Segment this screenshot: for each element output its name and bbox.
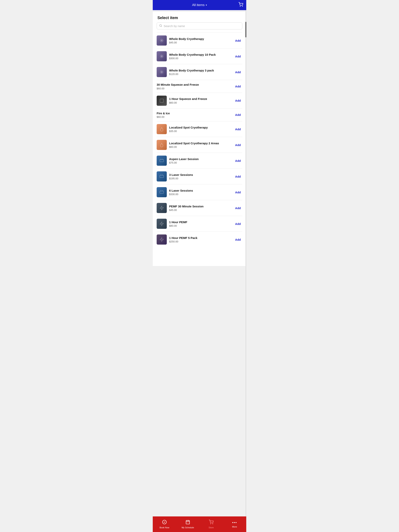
item-price: $60.00 bbox=[157, 115, 231, 118]
list-item: Whole Body Cryotherapy $45.00 Add bbox=[157, 32, 242, 48]
item-name: 1 Hour PEMF 5 Pack bbox=[169, 236, 231, 240]
nav-store-label: Store bbox=[209, 526, 214, 529]
svg-rect-5 bbox=[160, 159, 164, 162]
add-button[interactable]: Add bbox=[234, 190, 242, 195]
search-input[interactable] bbox=[164, 24, 240, 28]
top-bar-title[interactable]: All items ▾ bbox=[192, 3, 207, 7]
scrollbar-thumb bbox=[245, 22, 246, 37]
item-thumbnail bbox=[157, 35, 167, 45]
item-thumbnail bbox=[157, 234, 167, 245]
check-circle-icon bbox=[162, 520, 167, 526]
item-name: Whole Body Cryotherapy 3 pack bbox=[169, 69, 231, 72]
nav-item-more[interactable]: ••• More bbox=[223, 516, 246, 532]
item-price: $45.00 bbox=[169, 209, 231, 211]
top-bar-title-text: All items bbox=[192, 3, 205, 7]
svg-line-3 bbox=[161, 26, 162, 27]
svg-point-1 bbox=[242, 6, 243, 6]
list-item: 1 Hour PEMF 5 Pack $250.00 Add bbox=[157, 232, 242, 247]
item-price: $250.00 bbox=[169, 240, 231, 243]
nav-item-my-schedule[interactable]: My Schedule bbox=[176, 516, 200, 532]
item-info: 3 Laser Sessions $195.00 bbox=[169, 173, 231, 180]
list-item: 1 Hour Squeeze and Freeze $60.00 Add bbox=[157, 93, 242, 108]
add-button[interactable]: Add bbox=[234, 206, 242, 210]
list-item: Aspen Laser Session $75.00 Add bbox=[157, 153, 242, 168]
list-item: 1 Hour PEMF $80.00 Add bbox=[157, 216, 242, 232]
add-button[interactable]: Add bbox=[234, 38, 242, 43]
list-item: Fire & Ice $60.00 Add bbox=[157, 108, 242, 121]
item-thumbnail bbox=[157, 124, 167, 134]
add-button[interactable]: Add bbox=[234, 143, 242, 147]
add-button[interactable]: Add bbox=[234, 222, 242, 226]
item-price: $330.00 bbox=[169, 193, 231, 196]
select-item-heading: Select item bbox=[154, 12, 245, 22]
item-name: 1 Hour PEMF bbox=[169, 220, 231, 224]
list-item: Localized Spot Cryotherapy $35.00 Add bbox=[157, 121, 242, 137]
nav-book-now-label: Book Now bbox=[160, 526, 169, 529]
add-button[interactable]: Add bbox=[234, 84, 242, 89]
item-name: Aspen Laser Session bbox=[169, 157, 231, 161]
add-button[interactable]: Add bbox=[234, 127, 242, 132]
item-price: $60.00 bbox=[157, 87, 231, 90]
add-button[interactable]: Add bbox=[234, 70, 242, 75]
item-name: 1 Hour Squeeze and Freeze bbox=[169, 97, 231, 101]
item-price: $45.00 bbox=[169, 41, 231, 44]
bottom-nav: Book Now My Schedule Store ••• More bbox=[153, 516, 246, 532]
item-info: 1 Hour Squeeze and Freeze $60.00 bbox=[169, 97, 231, 104]
list-item: 6 Laser Sessions $330.00 Add bbox=[157, 184, 242, 200]
item-thumbnail bbox=[157, 203, 167, 213]
search-container[interactable] bbox=[157, 22, 242, 29]
svg-point-19 bbox=[210, 524, 211, 524]
add-button[interactable]: Add bbox=[234, 112, 242, 117]
item-info: 30 Minute Squeeze and Freeze $60.00 bbox=[157, 83, 231, 90]
item-name: Whole Body Cryotherapy bbox=[169, 37, 231, 41]
item-info: Localized Spot Cryotherapy 2 Areas $60.0… bbox=[169, 141, 231, 149]
nav-item-book-now[interactable]: Book Now bbox=[153, 516, 176, 532]
item-thumbnail bbox=[157, 140, 167, 150]
nav-more-label: More bbox=[232, 526, 237, 528]
item-list: Whole Body Cryotherapy $45.00 Add Whole … bbox=[154, 32, 245, 247]
item-info: Whole Body Cryotherapy 3 pack $120.00 bbox=[169, 69, 231, 76]
item-info: Aspen Laser Session $75.00 bbox=[169, 157, 231, 164]
item-thumbnail bbox=[157, 219, 167, 229]
add-button[interactable]: Add bbox=[234, 237, 242, 242]
item-thumbnail bbox=[157, 67, 167, 77]
more-dots-icon: ••• bbox=[232, 521, 237, 525]
list-item: 3 Laser Sessions $195.00 Add bbox=[157, 168, 242, 184]
add-button[interactable]: Add bbox=[234, 174, 242, 179]
nav-item-store[interactable]: Store bbox=[200, 516, 223, 532]
item-name: PEMF 30 Minute Session bbox=[169, 204, 231, 208]
item-name: Fire & Ice bbox=[157, 111, 231, 115]
list-item: Whole Body Cryotherapy 10 Pack $300.00 A… bbox=[157, 48, 242, 64]
svg-rect-15 bbox=[186, 520, 190, 524]
search-icon bbox=[159, 24, 162, 28]
item-name: Whole Body Cryotherapy 10 Pack bbox=[169, 53, 231, 57]
item-price: $120.00 bbox=[169, 73, 231, 76]
add-button[interactable]: Add bbox=[234, 54, 242, 59]
item-info: 1 Hour PEMF $80.00 bbox=[169, 220, 231, 228]
svg-rect-4 bbox=[160, 99, 163, 102]
item-price: $60.00 bbox=[169, 146, 231, 148]
list-item: PEMF 30 Minute Session $45.00 Add bbox=[157, 200, 242, 216]
item-price: $75.00 bbox=[169, 161, 231, 164]
chevron-down-icon: ▾ bbox=[206, 4, 207, 6]
item-info: 6 Laser Sessions $330.00 bbox=[169, 189, 231, 196]
svg-rect-11 bbox=[160, 191, 164, 193]
nav-my-schedule-label: My Schedule bbox=[182, 526, 194, 529]
add-button[interactable]: Add bbox=[234, 158, 242, 163]
item-thumbnail bbox=[157, 171, 167, 182]
item-name: Localized Spot Cryotherapy 2 Areas bbox=[169, 141, 231, 145]
add-button[interactable]: Add bbox=[234, 98, 242, 103]
item-name: 30 Minute Squeeze and Freeze bbox=[157, 83, 231, 87]
item-price: $300.00 bbox=[169, 57, 231, 60]
main-content: Select item Whole Body Cryotherapy $45.0… bbox=[153, 12, 246, 266]
item-price: $35.00 bbox=[169, 130, 231, 133]
list-item: Localized Spot Cryotherapy 2 Areas $60.0… bbox=[157, 137, 242, 153]
list-item: 30 Minute Squeeze and Freeze $60.00 Add bbox=[157, 80, 242, 93]
scrollbar[interactable] bbox=[245, 10, 246, 516]
item-thumbnail bbox=[157, 156, 167, 166]
item-info: Whole Body Cryotherapy $45.00 bbox=[169, 37, 231, 44]
search-section bbox=[154, 22, 245, 32]
top-bar: All items ▾ bbox=[153, 0, 246, 10]
list-item: Whole Body Cryotherapy 3 pack $120.00 Ad… bbox=[157, 64, 242, 80]
cart-icon[interactable] bbox=[238, 2, 243, 8]
